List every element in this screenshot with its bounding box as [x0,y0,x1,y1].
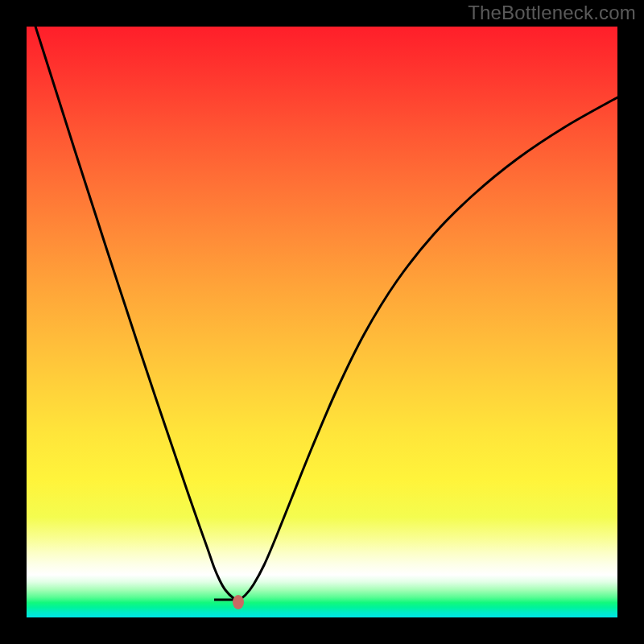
bottleneck-curve [27,27,617,600]
curve-layer [27,27,617,617]
plot-area [27,27,617,617]
chart-frame: TheBottleneck.com [0,0,644,644]
minimum-marker [233,595,244,609]
watermark-text: TheBottleneck.com [468,2,636,24]
